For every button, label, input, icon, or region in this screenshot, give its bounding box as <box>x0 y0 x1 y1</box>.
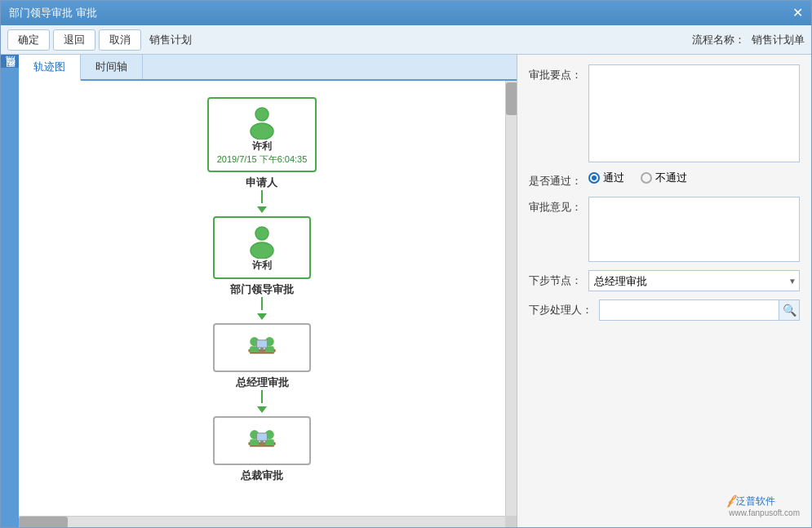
svg-point-0 <box>255 108 268 121</box>
next-handler-label: 下步处理人： <box>529 299 592 317</box>
flow-node-ceo: 总裁审批 <box>213 416 311 483</box>
left-tab-flow[interactable]: 流程图 <box>1 68 19 81</box>
node-box-1: 许利 2019/7/15 下午6:04:35 <box>207 97 317 172</box>
next-handler-row: 下步处理人： 🔍 <box>529 299 800 321</box>
arrow-line-2 <box>261 297 263 310</box>
pass-option-label: 通过 <box>603 171 624 185</box>
node-label-3: 总经理审批 <box>236 375 289 390</box>
vertical-scrollbar[interactable] <box>505 81 517 516</box>
node-label-2: 部门领导审批 <box>230 282 294 297</box>
approval-points-row: 审批要点： <box>529 64 800 162</box>
svg-rect-5 <box>250 353 274 354</box>
flow-diagram: 许利 2019/7/15 下午6:04:35 申请人 <box>19 81 505 489</box>
svg-rect-20 <box>260 441 264 443</box>
arrow-line-3 <box>261 390 263 403</box>
node-box-2: 许利 <box>213 216 311 279</box>
no-pass-option-label: 不通过 <box>655 171 687 185</box>
svg-rect-11 <box>260 348 264 350</box>
approval-points-label: 审批要点： <box>529 64 582 82</box>
computer-icon-1 <box>242 330 282 366</box>
svg-point-1 <box>251 123 273 140</box>
node-date-1: 2019/7/15 下午6:04:35 <box>217 153 308 166</box>
no-pass-radio-circle[interactable] <box>641 172 652 184</box>
title-bar: 部门领导审批 审批 ✕ <box>1 1 811 25</box>
comments-label: 审批意见： <box>529 197 582 215</box>
svg-rect-21 <box>258 443 265 444</box>
pass-radio-circle[interactable] <box>588 172 600 184</box>
scrollbar-corner <box>505 516 517 527</box>
brand-label: 泛普软件 <box>736 495 775 507</box>
arrow-down-1 <box>257 206 267 213</box>
next-node-row: 下步节点： 总经理审批 ▼ <box>529 270 800 291</box>
website-label: www.fanpusoft.com <box>729 508 800 517</box>
next-node-select-wrapper: 总经理审批 ▼ <box>588 270 800 291</box>
main-content: 谈图 流程图 轨迹图 时间轴 <box>1 55 811 527</box>
node-name-1: 许利 <box>252 140 272 153</box>
logo: 𝒻 泛普软件 www.fanpusoft.com <box>729 493 800 517</box>
arrow-down-3 <box>257 406 267 413</box>
flow-node-gm: 总经理审批 <box>213 323 311 390</box>
canvas-wrapper: 许利 2019/7/15 下午6:04:35 申请人 <box>19 81 517 527</box>
svg-rect-14 <box>250 446 274 447</box>
node-name-2: 许利 <box>252 259 272 273</box>
next-handler-field-wrapper: 🔍 <box>599 299 800 321</box>
cancel-button[interactable]: 取消 <box>99 29 141 51</box>
pass-radio-group: 通过 不通过 <box>588 171 687 185</box>
logo-area: 𝒻 泛普软件 www.fanpusoft.com <box>529 485 800 517</box>
pass-option[interactable]: 通过 <box>588 171 624 185</box>
no-pass-option[interactable]: 不通过 <box>641 171 687 185</box>
computer-icon-2 <box>242 423 282 459</box>
svg-point-3 <box>251 242 273 259</box>
next-node-label: 下步节点： <box>529 270 582 288</box>
arrow-line-1 <box>261 190 263 203</box>
pass-label: 是否通过： <box>529 171 582 189</box>
person-icon-1 <box>244 104 280 140</box>
flow-name-label: 流程名称： <box>692 33 745 47</box>
next-node-select[interactable]: 总经理审批 <box>588 270 800 291</box>
flow-node-dept: 许利 部门领导审批 <box>213 216 311 297</box>
sales-plan-label: 销售计划 <box>149 33 192 47</box>
comments-input[interactable] <box>588 197 800 262</box>
search-icon: 🔍 <box>783 304 796 317</box>
flow-name-value: 销售计划单 <box>752 33 805 47</box>
back-button[interactable]: 退回 <box>53 29 95 51</box>
confirm-button[interactable]: 确定 <box>7 29 50 51</box>
close-button[interactable]: ✕ <box>792 7 803 20</box>
horizontal-scrollbar[interactable] <box>19 516 505 527</box>
right-panel: 审批要点： 是否通过： 通过 不通过 <box>517 55 811 527</box>
svg-rect-19 <box>257 433 268 441</box>
node-label-1: 申请人 <box>246 175 277 190</box>
canvas-scroll[interactable]: 许利 2019/7/15 下午6:04:35 申请人 <box>19 81 505 516</box>
search-button[interactable]: 🔍 <box>779 299 800 321</box>
svg-point-2 <box>255 227 268 240</box>
tab-trajectory[interactable]: 轨迹图 <box>19 55 81 81</box>
node-box-3 <box>213 323 311 372</box>
node-label-4: 总裁审批 <box>241 468 283 483</box>
tab-timeline[interactable]: 时间轴 <box>81 55 143 79</box>
next-handler-input[interactable] <box>599 299 800 321</box>
vertical-scrollbar-thumb[interactable] <box>506 82 517 115</box>
left-tabs: 谈图 流程图 <box>1 55 19 527</box>
comments-row: 审批意见： <box>529 197 800 262</box>
brand-name: 𝒻 泛普软件 <box>729 495 774 507</box>
tab-bar: 轨迹图 时间轴 <box>19 55 517 81</box>
logo-icon: 𝒻 <box>729 493 733 507</box>
toolbar: 确定 退回 取消 销售计划 流程名称： 销售计划单 <box>1 25 811 55</box>
main-window: 部门领导审批 审批 ✕ 确定 退回 取消 销售计划 流程名称： 销售计划单 谈图… <box>0 0 812 528</box>
approval-points-input[interactable] <box>588 64 800 162</box>
pass-row: 是否通过： 通过 不通过 <box>529 171 800 189</box>
person-icon-2 <box>244 223 280 259</box>
arrow-down-2 <box>257 313 267 320</box>
center-panel: 轨迹图 时间轴 <box>19 55 517 527</box>
left-tab-talk[interactable]: 谈图 <box>1 55 19 68</box>
horizontal-scrollbar-thumb[interactable] <box>19 517 68 527</box>
flow-node-applicant: 许利 2019/7/15 下午6:04:35 申请人 <box>207 97 317 190</box>
svg-rect-12 <box>258 350 265 351</box>
node-box-4 <box>213 416 311 465</box>
window-title: 部门领导审批 审批 <box>9 6 97 20</box>
svg-rect-10 <box>257 340 268 348</box>
